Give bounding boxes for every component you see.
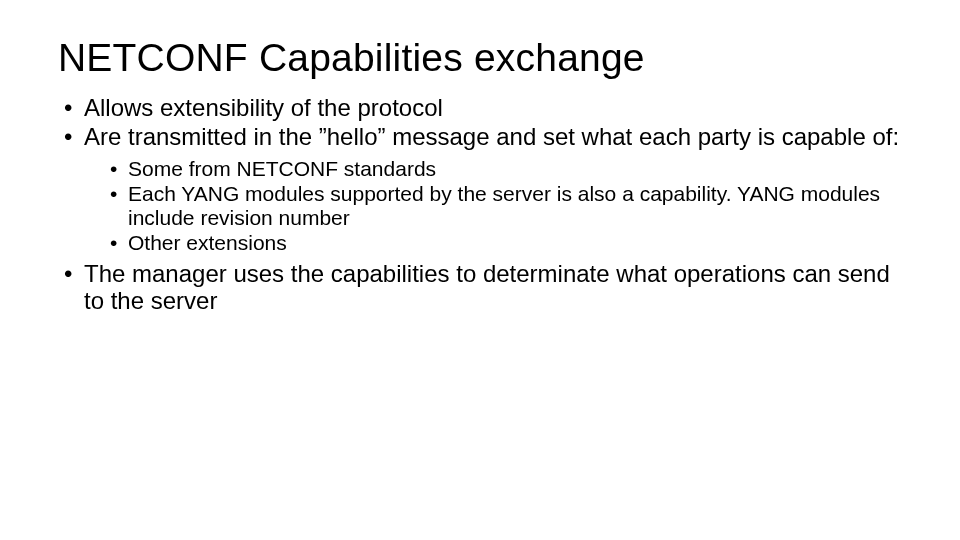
bullet-item: The manager uses the capabilities to det… [64,261,902,315]
sub-bullet-text: Some from NETCONF standards [128,157,436,180]
sub-bullet-item: Some from NETCONF standards [110,157,902,181]
slide: NETCONF Capabilities exchange Allows ext… [0,0,960,540]
bullet-list: Allows extensibility of the protocol Are… [58,95,902,315]
slide-title: NETCONF Capabilities exchange [58,36,902,81]
sub-bullet-item: Other extensions [110,231,902,255]
bullet-text: Allows extensibility of the protocol [84,94,443,121]
bullet-item: Allows extensibility of the protocol [64,95,902,122]
bullet-item: Are transmitted in the ”hello” message a… [64,124,902,255]
bullet-text: The manager uses the capabilities to det… [84,260,890,314]
sub-bullet-text: Other extensions [128,231,287,254]
sub-bullet-text: Each YANG modules supported by the serve… [128,182,880,229]
sub-bullet-list: Some from NETCONF standards Each YANG mo… [84,157,902,255]
bullet-text: Are transmitted in the ”hello” message a… [84,123,899,150]
sub-bullet-item: Each YANG modules supported by the serve… [110,182,902,229]
